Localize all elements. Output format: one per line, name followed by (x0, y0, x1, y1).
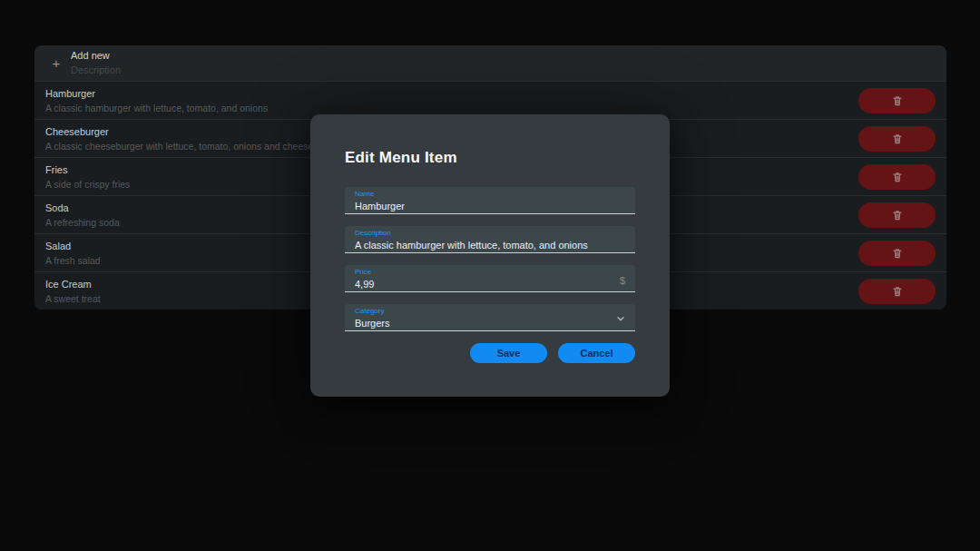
name-input[interactable] (355, 200, 600, 212)
page: { "colors": { "accent_blue": "#118af2", … (0, 0, 980, 551)
currency-suffix: $ (620, 275, 625, 286)
name-field-label: Name (355, 190, 635, 199)
trash-icon (891, 209, 904, 221)
delete-button[interactable] (858, 88, 936, 113)
price-field-label: Price (355, 268, 635, 277)
cancel-button[interactable]: Cancel (558, 343, 635, 363)
category-selected-value: Burgers (355, 317, 635, 330)
chevron-down-icon (615, 313, 626, 324)
category-select[interactable]: Category Burgers (345, 304, 635, 331)
menu-row-hamburger[interactable]: Hamburger A classic hamburger with lettu… (34, 81, 946, 119)
modal-actions: Save Cancel (310, 343, 635, 363)
description-input[interactable] (355, 239, 600, 251)
delete-button[interactable] (858, 241, 936, 266)
modal-title: Edit Menu Item (345, 149, 670, 167)
name-field[interactable]: Name (345, 187, 635, 214)
description-field-label: Description (355, 229, 635, 238)
add-new-description-placeholder: Description (71, 64, 121, 76)
delete-button[interactable] (858, 164, 936, 190)
add-new-label: Add new (71, 50, 121, 62)
menu-item-name: Hamburger (45, 88, 847, 100)
trash-icon (891, 94, 904, 107)
price-field[interactable]: Price $ (345, 265, 635, 292)
delete-button[interactable] (858, 279, 936, 304)
plus-icon: + (45, 56, 67, 70)
price-input[interactable] (355, 278, 600, 290)
trash-icon (891, 133, 904, 145)
description-field[interactable]: Description (345, 226, 635, 253)
delete-button[interactable] (858, 202, 936, 228)
add-new-row[interactable]: + Add new Description (34, 45, 946, 81)
trash-icon (891, 171, 904, 183)
trash-icon (891, 247, 904, 260)
save-button[interactable]: Save (470, 343, 547, 363)
edit-menu-item-modal: Edit Menu Item Name Description Price $ … (310, 114, 670, 397)
delete-button[interactable] (858, 126, 936, 152)
category-field-label: Category (355, 307, 635, 316)
trash-icon (891, 285, 904, 298)
add-new-text: Add new Description (71, 50, 121, 76)
menu-item-description: A classic hamburger with lettuce, tomato… (45, 103, 847, 114)
modal-fields: Name Description Price $ Category Burger… (345, 187, 635, 331)
